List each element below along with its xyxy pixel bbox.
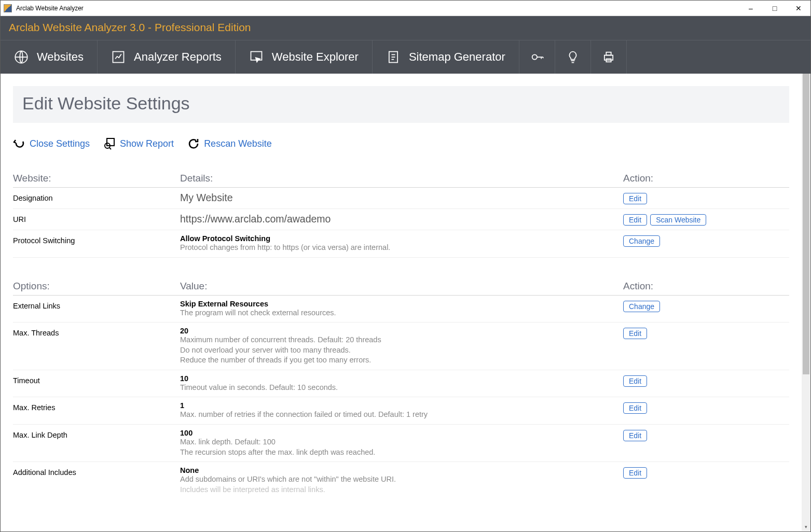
value-includes: None [180, 466, 623, 474]
hint-button[interactable] [555, 40, 591, 74]
edit-timeout-button[interactable]: Edit [623, 375, 647, 387]
label-protocol: Protocol Switching [13, 234, 180, 245]
row-external-links: External Links Skip External Resources T… [13, 296, 789, 323]
svg-point-4 [532, 54, 537, 59]
scan-website-button[interactable]: Scan Website [650, 214, 706, 226]
row-protocol: Protocol Switching Allow Protocol Switch… [13, 230, 789, 258]
show-report-label: Show Report [120, 138, 174, 149]
sitemap-generator-tab[interactable]: Sitemap Generator [373, 40, 519, 74]
edit-depth-button[interactable]: Edit [623, 430, 647, 441]
label-extlinks: External Links [13, 300, 180, 310]
edit-includes-button[interactable]: Edit [623, 467, 647, 479]
sitemap-label: Sitemap Generator [409, 50, 505, 64]
row-timeout: Timeout 10 Timeout value in seconds. Def… [13, 370, 789, 398]
header-options: Options: [13, 281, 180, 292]
label-timeout: Timeout [13, 374, 180, 385]
app-subheader: Arclab Website Analyzer 3.0 - Profession… [1, 16, 810, 40]
minimize-button[interactable]: – [739, 1, 763, 16]
desc-includes-1: Add subdomains or URI's which are not "w… [180, 474, 623, 485]
change-protocol-button[interactable]: Change [623, 235, 660, 247]
edit-retries-button[interactable]: Edit [623, 402, 647, 414]
website-explorer-tab[interactable]: Website Explorer [236, 40, 373, 74]
header-value: Value: [180, 281, 623, 292]
show-report-link[interactable]: Show Report [103, 137, 174, 150]
scrollbar-down-arrow[interactable]: ▾ [802, 522, 810, 531]
desc-depth-2: The recursion stops after the max. link … [180, 447, 623, 458]
refresh-icon [187, 137, 200, 150]
label-depth: Max. Link Depth [13, 429, 180, 439]
row-max-link-depth: Max. Link Depth 100 Max. link depth. Def… [13, 425, 789, 462]
main-content: Edit Website Settings Close Settings Sho… [1, 74, 802, 531]
websites-label: Websites [37, 50, 84, 64]
edit-uri-button[interactable]: Edit [623, 214, 647, 226]
desc-timeout: Timeout value in seconds. Default: 10 se… [180, 383, 623, 393]
header-website: Website: [13, 173, 180, 184]
desc-threads-2: Do not overload your server with too man… [180, 345, 623, 356]
rescan-label: Rescan Website [204, 138, 272, 149]
row-max-threads: Max. Threads 20 Maximum number of concur… [13, 323, 789, 370]
analyzer-reports-tab[interactable]: Analyzer Reports [98, 40, 236, 74]
cursor-icon [249, 50, 264, 64]
reports-label: Analyzer Reports [134, 50, 222, 64]
close-settings-label: Close Settings [30, 138, 90, 149]
label-includes: Additional Includes [13, 466, 180, 477]
value-retries: 1 [180, 401, 623, 410]
key-button[interactable] [519, 40, 555, 74]
close-settings-link[interactable]: Close Settings [13, 137, 90, 150]
print-button[interactable] [591, 40, 627, 74]
websites-tab[interactable]: Websites [1, 40, 98, 74]
back-arrow-icon [13, 137, 25, 150]
value-threads: 20 [180, 327, 623, 335]
header-details: Details: [180, 173, 623, 184]
desc-protocol: Protocol changes from http: to https (or… [180, 243, 623, 253]
page-title: Edit Website Settings [22, 93, 780, 114]
svg-rect-8 [107, 138, 114, 146]
lightbulb-icon [566, 50, 580, 64]
page-title-bar: Edit Website Settings [13, 86, 789, 123]
header-action2: Action: [623, 281, 789, 292]
vertical-scrollbar[interactable]: ▾ [802, 74, 810, 531]
document-icon [386, 50, 401, 64]
globe-icon [14, 50, 29, 64]
desc-extlinks: The program will not check external reso… [180, 308, 623, 318]
app-icon [4, 4, 12, 12]
window-title: Arclab Website Analyzer [16, 5, 739, 12]
key-icon [530, 50, 544, 64]
window-titlebar: Arclab Website Analyzer – □ ✕ [1, 1, 810, 16]
label-uri: URI [13, 213, 180, 223]
desc-threads-1: Maximum number of concurrent threads. De… [180, 335, 623, 345]
value-depth: 100 [180, 429, 623, 437]
desc-depth-1: Max. link depth. Default: 100 [180, 437, 623, 447]
value-extlinks: Skip External Resources [180, 300, 623, 308]
main-toolbar: Websites Analyzer Reports Website Explor… [1, 40, 810, 74]
maximize-button[interactable]: □ [763, 1, 787, 16]
website-section-header: Website: Details: Action: [13, 173, 789, 188]
scrollbar-thumb[interactable] [803, 74, 809, 374]
explorer-label: Website Explorer [272, 50, 359, 64]
svg-rect-6 [606, 52, 611, 55]
edit-threads-button[interactable]: Edit [623, 328, 647, 339]
chart-icon [111, 50, 126, 64]
report-search-icon [103, 137, 116, 150]
print-icon [601, 50, 616, 64]
edit-designation-button[interactable]: Edit [623, 193, 647, 204]
desc-includes-2: Includes will be interpreted as internal… [180, 485, 623, 495]
svg-rect-5 [604, 55, 613, 60]
value-designation: My Website [180, 192, 623, 204]
row-uri: URI https://www.arclab.com/awademo Edit … [13, 209, 789, 230]
row-max-retries: Max. Retries 1 Max. number of retries if… [13, 397, 789, 425]
row-designation: Designation My Website Edit [13, 188, 789, 209]
value-protocol: Allow Protocol Switching [180, 234, 623, 243]
row-additional-includes: Additional Includes None Add subdomains … [13, 462, 789, 499]
desc-retries: Max. number of retries if the connection… [180, 410, 623, 420]
label-retries: Max. Retries [13, 401, 180, 412]
header-action: Action: [623, 173, 789, 184]
page-actions: Close Settings Show Report Rescan Websit… [13, 137, 789, 150]
options-section-header: Options: Value: Action: [13, 281, 789, 296]
change-extlinks-button[interactable]: Change [623, 301, 660, 312]
value-timeout: 10 [180, 374, 623, 383]
label-designation: Designation [13, 192, 180, 202]
close-button[interactable]: ✕ [787, 1, 810, 16]
value-uri: https://www.arclab.com/awademo [180, 213, 623, 225]
rescan-website-link[interactable]: Rescan Website [187, 137, 272, 150]
